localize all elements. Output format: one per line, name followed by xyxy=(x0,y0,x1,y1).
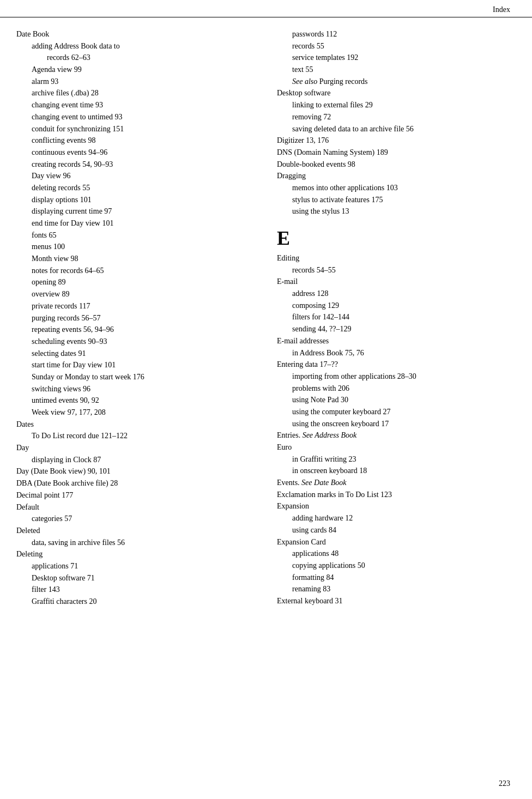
index-entry: display options 101 xyxy=(16,194,255,206)
index-entry: copying applications 50 xyxy=(277,560,516,572)
index-entry: Dates xyxy=(16,419,255,431)
index-entry: Dragging xyxy=(277,170,516,182)
index-entry: DBA (Date Book archive file) 28 xyxy=(16,477,255,489)
index-entry: Expansion xyxy=(277,500,516,512)
index-entry: Desktop software xyxy=(277,87,516,99)
index-entry: Month view 98 xyxy=(16,253,255,265)
index-entry: Expansion Card xyxy=(277,536,516,548)
page-header: Index xyxy=(0,0,532,17)
index-entry: DNS (Domain Naming System) 189 xyxy=(277,147,516,159)
index-entry: Events. See Date Book xyxy=(277,477,516,489)
index-entry: Default xyxy=(16,501,255,513)
index-entry: repeating events 56, 94–96 xyxy=(16,324,255,336)
index-entry: alarm 93 xyxy=(16,76,255,88)
index-entry: memos into other applications 103 xyxy=(277,182,516,194)
index-entry: creating records 54, 90–93 xyxy=(16,159,255,171)
index-entry: records 54–55 xyxy=(277,264,516,276)
index-entry: private records 117 xyxy=(16,300,255,312)
index-entry: using the onscreen keyboard 17 xyxy=(277,418,516,430)
index-entry: Graffiti characters 20 xyxy=(16,596,255,608)
index-entry: Day view 96 xyxy=(16,170,255,182)
index-entry: purging records 56–57 xyxy=(16,312,255,324)
index-entry: in Address Book 75, 76 xyxy=(277,347,516,359)
index-entry: categories 57 xyxy=(16,513,255,525)
index-entry: records 55 xyxy=(277,40,516,52)
index-entry: Entering data 17–?? xyxy=(277,359,516,371)
right-column: passwords 112records 55service templates… xyxy=(266,28,516,608)
index-entry: Decimal point 177 xyxy=(16,489,255,501)
index-entry: filter 143 xyxy=(16,584,255,596)
index-entry: displaying current time 97 xyxy=(16,205,255,217)
index-entry: Euro xyxy=(277,441,516,453)
index-entry: service templates 192 xyxy=(277,52,516,64)
index-entry: Day (Date Book view) 90, 101 xyxy=(16,465,255,477)
index-entry: scheduling events 90–93 xyxy=(16,336,255,348)
index-entry: overview 89 xyxy=(16,288,255,300)
index-entry: Week view 97, 177, 208 xyxy=(16,407,255,419)
index-entry: address 128 xyxy=(277,288,516,300)
index-entry: conflicting events 98 xyxy=(16,135,255,147)
index-entry: fonts 65 xyxy=(16,229,255,241)
index-entry: Double-booked events 98 xyxy=(277,159,516,171)
index-entry: selecting dates 91 xyxy=(16,348,255,360)
index-entry: saving deleted data to an archive file 5… xyxy=(277,123,516,135)
index-entry: adding Address Book data to xyxy=(16,40,255,52)
index-entry: continuous events 94–96 xyxy=(16,147,255,159)
index-entry: notes for records 64–65 xyxy=(16,265,255,277)
index-entry: formatting 84 xyxy=(277,572,516,584)
index-entry: stylus to activate features 175 xyxy=(277,194,516,206)
index-entry: changing event to untimed 93 xyxy=(16,111,255,123)
index-entry: opening 89 xyxy=(16,276,255,288)
index-entry: removing 72 xyxy=(277,111,516,123)
index-entry: E-mail addresses xyxy=(277,335,516,347)
index-entry: in Graffiti writing 23 xyxy=(277,453,516,465)
index-entry: Deleting xyxy=(16,548,255,560)
index-entry: Agenda view 99 xyxy=(16,64,255,76)
left-column: Date Bookadding Address Book data toreco… xyxy=(16,28,266,608)
index-entry: using cards 84 xyxy=(277,524,516,536)
index-entry: problems with 206 xyxy=(277,383,516,395)
index-entry: adding hardware 12 xyxy=(277,512,516,524)
index-entry: Deleted xyxy=(16,525,255,537)
header-title: Index xyxy=(493,5,510,14)
index-entry: applications 71 xyxy=(16,560,255,572)
index-entry: composing 129 xyxy=(277,300,516,312)
index-entry: Desktop software 71 xyxy=(16,572,255,584)
index-entry: menus 100 xyxy=(16,241,255,253)
index-entry: using Note Pad 30 xyxy=(277,394,516,406)
index-entry: Sunday or Monday to start week 176 xyxy=(16,371,255,383)
index-entry: deleting records 55 xyxy=(16,182,255,194)
index-entry: Digitizer 13, 176 xyxy=(277,135,516,147)
index-entry: changing event time 93 xyxy=(16,99,255,111)
index-entry: in onscreen keyboard 18 xyxy=(277,465,516,477)
index-entry: Editing xyxy=(277,252,516,264)
page-number: 223 xyxy=(499,779,510,788)
index-entry: E-mail xyxy=(277,276,516,288)
index-entry: data, saving in archive files 56 xyxy=(16,537,255,549)
index-entry: filters for 142–144 xyxy=(277,311,516,323)
index-entry: See also Purging records xyxy=(277,76,516,88)
content-area: Date Bookadding Address Book data toreco… xyxy=(0,17,532,629)
index-entry: using the stylus 13 xyxy=(277,205,516,217)
index-entry: archive files (.dba) 28 xyxy=(16,87,255,99)
index-entry: Date Book xyxy=(16,28,255,40)
index-entry: To Do List record due 121–122 xyxy=(16,430,255,442)
index-entry: renaming 83 xyxy=(277,583,516,595)
index-entry: applications 48 xyxy=(277,548,516,560)
index-entry: sending 44, ??–129 xyxy=(277,323,516,335)
index-entry: untimed events 90, 92 xyxy=(16,395,255,407)
index-entry: Entries. See Address Book xyxy=(277,429,516,441)
index-entry: start time for Day view 101 xyxy=(16,359,255,371)
index-entry: text 55 xyxy=(277,64,516,76)
index-entry: conduit for synchronizing 151 xyxy=(16,123,255,135)
index-entry: linking to external files 29 xyxy=(277,99,516,111)
index-entry: using the computer keyboard 27 xyxy=(277,406,516,418)
index-entry: importing from other applications 28–30 xyxy=(277,371,516,383)
index-entry: Exclamation marks in To Do List 123 xyxy=(277,489,516,501)
index-entry: end time for Day view 101 xyxy=(16,217,255,229)
index-entry: passwords 112 xyxy=(277,28,516,40)
index-entry: E xyxy=(277,228,516,248)
index-entry: records 62–63 xyxy=(16,52,255,64)
index-entry: displaying in Clock 87 xyxy=(16,454,255,466)
index-entry: Day xyxy=(16,442,255,454)
